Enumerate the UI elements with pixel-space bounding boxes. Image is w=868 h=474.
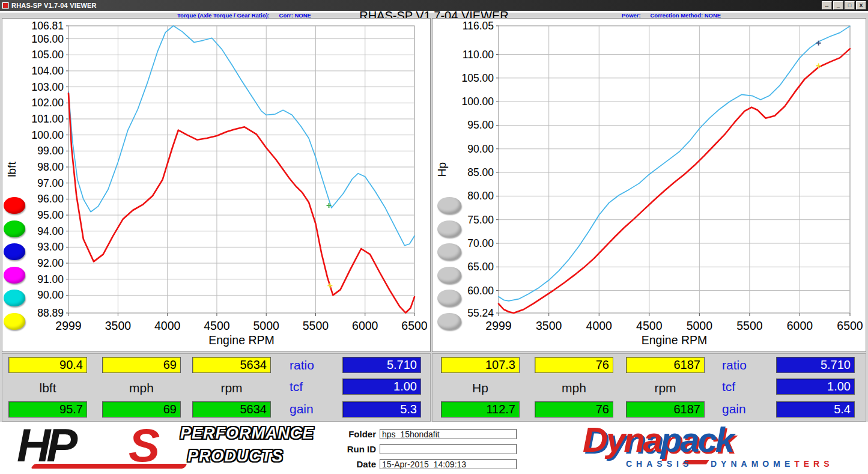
y-tick-label: 80.00 (467, 190, 494, 202)
hps-logo-swoosh (31, 464, 187, 469)
speed-unit-label: mph (535, 381, 613, 395)
gain-label: gain (290, 402, 314, 416)
x-tick-label: 6500 (837, 319, 863, 332)
folder-label: Folder (336, 429, 380, 439)
dynapack-dyna: Dyna (583, 420, 661, 459)
x-tick-label: 4500 (636, 319, 663, 332)
minimize-button[interactable]: _ (833, 1, 843, 10)
chart-svg: 106.81106.00105.00104.00103.00102.00101.… (2, 19, 430, 351)
run-select-button-2[interactable] (437, 220, 461, 237)
y-tick-label: 100.00 (461, 96, 494, 108)
speed-unit-label: mph (102, 381, 181, 395)
y-tick-label: 106.00 (31, 33, 64, 45)
rpm-cursor-value-run1: 6187 (626, 357, 705, 373)
y-tick-label: 94.00 (37, 225, 64, 237)
torque-unit-label: lbft (8, 381, 87, 395)
tcf-label: tcf (290, 380, 303, 394)
y-tick-label: 102.00 (31, 97, 64, 109)
plot-area (499, 26, 850, 313)
tcf-value: 1.00 (342, 378, 421, 395)
restore-button[interactable]: □ (845, 1, 855, 10)
run-select-button-6[interactable] (4, 313, 25, 330)
chart-svg: 116.05110.00105.00100.0095.0090.0085.008… (432, 19, 866, 351)
tcf-value: 1.00 (776, 378, 855, 395)
window-controls: ↔ _ □ X (822, 1, 866, 10)
x-tick-label: 3500 (536, 319, 562, 332)
x-tick-label: 3500 (105, 319, 132, 332)
y-tick-label: 98.00 (37, 161, 64, 173)
ratio-label: ratio (290, 358, 314, 372)
torque-cursor-value-run2: 95.7 (8, 401, 87, 418)
run-select-button-3[interactable] (4, 243, 25, 260)
footer: HP S PERFORMANCE PRODUCTS Folder Run ID … (0, 422, 868, 474)
x-tick-label: 5500 (736, 319, 763, 332)
ratio-value: 5.710 (776, 357, 855, 373)
x-tick-label: 2999 (485, 319, 511, 332)
hps-logo: HP S PERFORMANCE PRODUCTS (8, 422, 309, 474)
x-tick-label: 4000 (586, 319, 613, 332)
app-icon (2, 2, 9, 9)
run-select-button-4[interactable] (437, 267, 461, 284)
speed-cursor-value-run1: 76 (535, 357, 613, 373)
run-info-form: Folder Run ID Date (336, 422, 529, 474)
torque-cursor-value-run1: 90.4 (8, 357, 87, 373)
y-tick-label: 104.00 (31, 65, 64, 77)
y-tick-label: 116.05 (463, 20, 494, 32)
y-tick-label: 60.00 (467, 285, 494, 297)
x-tick-label: 5000 (687, 319, 713, 332)
x-axis-label: Engine RPM (642, 333, 707, 347)
y-tick-label: 90.00 (467, 143, 494, 155)
speed-cursor-value-run2: 76 (535, 401, 613, 418)
y-tick-label: 100.00 (31, 129, 64, 141)
hps-tagline-products: PRODUCTS (187, 447, 284, 466)
gain-value: 5.3 (342, 401, 421, 418)
dynapack-dynamometers-label: DYNAMOMETERS (711, 459, 834, 469)
y-tick-label: 99.00 (37, 145, 64, 157)
y-tick-label: 55.24 (467, 307, 494, 319)
y-tick-label: 97.00 (37, 177, 64, 189)
rpm-cursor-value-run2: 5634 (192, 401, 271, 418)
y-axis-label: Hp (436, 162, 448, 177)
run-id-field[interactable] (380, 444, 517, 454)
power-chart-panel: 116.05110.00105.00100.0095.0090.0085.008… (432, 18, 866, 352)
rpm-unit-label: rpm (626, 381, 705, 395)
run-select-button-1[interactable] (4, 197, 25, 214)
run-select-button-2[interactable] (4, 220, 25, 237)
y-tick-label: 106.81 (31, 20, 64, 32)
ratio-value: 5.710 (342, 357, 421, 373)
run-select-button-6[interactable] (437, 313, 461, 330)
run-select-button-4[interactable] (4, 267, 25, 284)
x-tick-label: 6000 (352, 319, 378, 332)
y-tick-label: 92.00 (37, 257, 64, 269)
y-tick-label: 91.00 (37, 273, 64, 285)
date-label: Date (336, 459, 380, 469)
close-button[interactable]: X (856, 1, 866, 10)
y-tick-label: 96.00 (37, 193, 64, 205)
run-select-button-3[interactable] (437, 243, 461, 260)
rpm-cursor-value-run2: 6187 (626, 401, 705, 418)
dynapack-chassis-label: CHASSIS (626, 459, 693, 469)
x-tick-label: 6000 (787, 319, 813, 332)
dynapack-dynamome: DYNAMOME (711, 459, 794, 469)
speed-cursor-value-run2: 69 (102, 401, 181, 418)
power-cursor-value-run2: 112.7 (441, 401, 520, 418)
y-tick-label: 110.00 (463, 49, 494, 61)
gain-value: 5.4 (776, 401, 855, 418)
rpm-unit-label: rpm (192, 381, 271, 395)
folder-field[interactable] (380, 429, 517, 439)
y-tick-label: 88.89 (37, 307, 64, 319)
x-axis-label: Engine RPM (208, 333, 274, 347)
x-tick-label: 4000 (154, 319, 181, 332)
power-header-label: Power: Correction Method: NONE (622, 12, 721, 19)
date-field[interactable] (380, 459, 517, 469)
y-tick-label: 85.00 (467, 166, 494, 178)
dynapack-ters: TERS (794, 459, 833, 469)
y-tick-label: 101.00 (31, 113, 64, 125)
x-tick-label: 4500 (204, 319, 230, 332)
run-select-button-1[interactable] (437, 197, 461, 214)
resize-button[interactable]: ↔ (822, 1, 832, 10)
rpm-cursor-value-run1: 5634 (192, 357, 271, 373)
run-id-label: Run ID (336, 444, 380, 454)
y-tick-label: 103.00 (31, 81, 64, 93)
power-cursor-value-run1: 107.3 (441, 357, 520, 373)
